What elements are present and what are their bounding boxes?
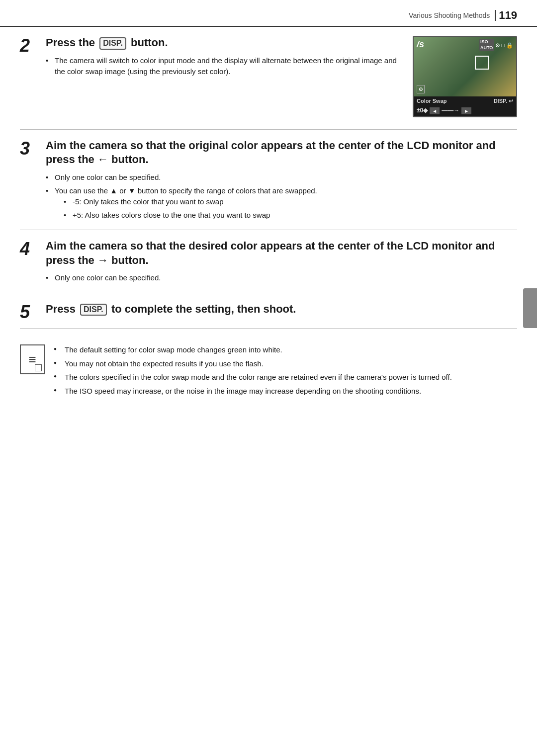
cs-small-icon: ⊙ — [417, 85, 425, 93]
page-divider — [495, 10, 496, 21]
page-header: Various Shooting Methods 119 — [0, 0, 537, 27]
camera-screen-image: /s ISOAUTO ⊙ □ 🔒 ⊙ — [414, 37, 516, 96]
camera-screen-bar: Color Swap DISP. ↩ — [414, 96, 516, 105]
step-3-sub-1: -5: Only takes the color that you want t… — [64, 196, 517, 208]
step-2-content: Press the DISP. button. The camera will … — [46, 36, 517, 122]
cs-iso-icon: ISOAUTO — [479, 39, 494, 51]
step-3-bullets: Only one color can be specified. You can… — [46, 172, 517, 221]
cs-label: Color Swap — [417, 97, 447, 104]
cs-speed: /s — [417, 39, 424, 50]
step-3-sub-2: +5: Also takes colors close to the one t… — [64, 210, 517, 221]
step-4-content: Aim the camera so that the desired color… — [46, 239, 517, 286]
note-4: The ISO speed may increase, or the noise… — [54, 386, 517, 397]
step-3-number: 3 — [20, 139, 46, 158]
cs-left-btn: ◄ — [430, 107, 440, 114]
note-1: The default setting for color swap mode … — [54, 344, 517, 356]
step-4-bullet-1: Only one color can be specified. — [46, 272, 517, 284]
cs-icon-2: □ — [501, 42, 505, 49]
notes-list: The default setting for color swap mode … — [54, 344, 517, 397]
step-4-number: 4 — [20, 239, 46, 258]
step-3-content: Aim the camera so that the original colo… — [46, 139, 517, 223]
step-3-sub-list: -5: Only takes the color that you want t… — [64, 196, 517, 221]
step-2-heading: Press the DISP. button. — [46, 36, 404, 50]
page-number: 119 — [499, 9, 517, 22]
step-4-title: Aim the camera so that the desired color… — [46, 239, 517, 267]
camera-screen-controls: ±0◆ ◄ ——→ ► — [414, 105, 516, 116]
step-4-bullets: Only one color can be specified. — [46, 272, 517, 284]
notes-icon — [20, 344, 45, 374]
step-3-title: Aim the camera so that the original colo… — [46, 139, 517, 167]
notes-block: The default setting for color swap mode … — [20, 334, 517, 399]
page-number-block: 119 — [495, 9, 517, 22]
disp-badge-2: DISP. — [80, 304, 107, 316]
main-content: 2 Press the DISP. button. The camera wil… — [0, 27, 537, 419]
notes-icon-corner — [35, 364, 42, 371]
step-5-row: 5 Press DISP. to complete the setting, t… — [20, 293, 517, 329]
step-5-title: Press DISP. to complete the setting, the… — [46, 302, 517, 317]
step-4-row: 4 Aim the camera so that the desired col… — [20, 230, 517, 293]
step2-text: Press the DISP. button. The camera will … — [46, 36, 404, 80]
disp-badge-1: DISP. — [99, 37, 126, 50]
notes-content: The default setting for color swap mode … — [54, 344, 517, 399]
cs-arrow-right: ——→ — [442, 107, 459, 115]
step-2-number: 2 — [20, 36, 46, 55]
step-2-bullets: The camera will switch to color input mo… — [46, 55, 404, 78]
cs-right-btn: ► — [461, 107, 471, 114]
right-tab — [523, 288, 537, 328]
step-5-number: 5 — [20, 302, 46, 321]
cs-plus-minus: ±0◆ — [417, 107, 428, 115]
note-3: The colors specified in the color swap m… — [54, 372, 517, 383]
cs-bracket — [475, 56, 489, 70]
step-3-bullet-2: You can use the ▲ or ▼ button to specify… — [46, 185, 517, 221]
step-3-row: 3 Aim the camera so that the original co… — [20, 130, 517, 230]
note-2: You may not obtain the expected results … — [54, 358, 517, 370]
cs-icons: ISOAUTO ⊙ □ 🔒 — [479, 39, 513, 51]
section-title: Various Shooting Methods — [409, 11, 490, 19]
step2-inner: Press the DISP. button. The camera will … — [46, 36, 517, 117]
step-2-row: 2 Press the DISP. button. The camera wil… — [20, 27, 517, 130]
step-3-bullet-1: Only one color can be specified. — [46, 172, 517, 183]
step-5-content: Press DISP. to complete the setting, the… — [46, 302, 517, 322]
cs-icon-1: ⊙ — [495, 42, 500, 49]
cs-disp-label: DISP. ↩ — [494, 97, 513, 104]
step-2-title: Press the DISP. button. The camera will … — [46, 36, 517, 117]
camera-screen: /s ISOAUTO ⊙ □ 🔒 ⊙ Color Swap — [413, 36, 517, 117]
step-2-bullet-1: The camera will switch to color input mo… — [46, 55, 404, 78]
cs-icon-3: 🔒 — [506, 42, 513, 49]
